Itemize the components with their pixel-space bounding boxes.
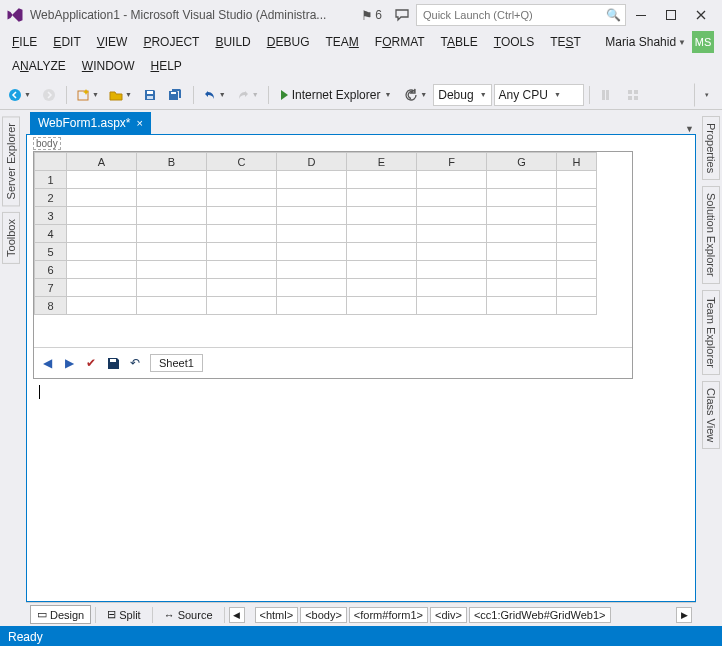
row-header[interactable]: 5 [35, 243, 67, 261]
tab-server-explorer[interactable]: Server Explorer [2, 116, 20, 206]
col-header[interactable]: C [207, 153, 277, 171]
crumb-div[interactable]: <div> [430, 607, 467, 623]
tab-toolbox[interactable]: Toolbox [2, 212, 20, 264]
crumb-left-button[interactable]: ◀ [229, 607, 245, 623]
dock-area: Server Explorer Toolbox WebForm1.aspx* ×… [0, 110, 722, 626]
spreadsheet[interactable]: A B C D E F G H 1 2 3 4 5 6 7 [34, 152, 597, 315]
menu-test[interactable]: TEST [542, 33, 589, 51]
toolbar-overflow[interactable]: ▾ [694, 83, 718, 107]
avatar[interactable]: MS [692, 31, 714, 53]
nav-back-button[interactable]: ▼ [4, 83, 35, 107]
title-bar: WebApplication1 - Microsoft Visual Studi… [0, 0, 722, 30]
menu-format[interactable]: FORMAT [367, 33, 433, 51]
svg-rect-12 [628, 96, 632, 100]
browser-refresh-button[interactable]: ▼ [400, 83, 431, 107]
menu-tools[interactable]: TOOLS [486, 33, 542, 51]
crumb-gridweb[interactable]: <cc1:GridWeb#GridWeb1> [469, 607, 611, 623]
col-header[interactable]: F [417, 153, 487, 171]
menu-edit[interactable]: EDIT [45, 33, 88, 51]
grid-next-icon[interactable]: ▶ [62, 356, 76, 370]
grid-commit-icon[interactable]: ✔ [84, 356, 98, 370]
row-header[interactable]: 6 [35, 261, 67, 279]
menu-project[interactable]: PROJECT [135, 33, 207, 51]
gridweb-control[interactable]: A B C D E F G H 1 2 3 4 5 6 7 [33, 151, 633, 379]
tab-properties[interactable]: Properties [702, 116, 720, 180]
text-cursor [39, 385, 683, 399]
select-all-corner[interactable] [35, 153, 67, 171]
row-header[interactable]: 3 [35, 207, 67, 225]
svg-point-2 [9, 89, 21, 101]
grid-save-icon[interactable] [106, 356, 120, 370]
save-all-button[interactable] [164, 83, 188, 107]
view-design-button[interactable]: ▭ Design [30, 605, 91, 624]
redo-button[interactable]: ▼ [232, 83, 263, 107]
sheet-tab[interactable]: Sheet1 [150, 354, 203, 372]
col-header[interactable]: E [347, 153, 417, 171]
open-file-button[interactable]: ▼ [105, 83, 136, 107]
grid-undo-icon[interactable]: ↶ [128, 356, 142, 370]
chevron-down-icon[interactable]: ▼ [678, 38, 686, 47]
crumb-body[interactable]: <body> [300, 607, 347, 623]
document-tabs: WebForm1.aspx* × ▼ [22, 110, 700, 134]
row-header[interactable]: 7 [35, 279, 67, 297]
maximize-button[interactable] [656, 0, 686, 30]
start-debug-button[interactable]: Internet Explorer ▼ [274, 83, 399, 107]
col-header[interactable]: D [277, 153, 347, 171]
view-source-button[interactable]: ↔ Source [157, 606, 220, 624]
crumb-form[interactable]: <form#form1> [349, 607, 428, 623]
toolbar-extra-2[interactable] [621, 83, 645, 107]
col-header[interactable]: G [487, 153, 557, 171]
minimize-button[interactable] [626, 0, 656, 30]
designer-surface[interactable]: body A B C D E F G H 1 [26, 134, 696, 602]
col-header[interactable]: H [557, 153, 597, 171]
standard-toolbar: ▼ ▼ ▼ ▼ ▼ Internet Explorer ▼ ▼ Debug▼ A… [0, 80, 722, 110]
left-tool-tabs: Server Explorer Toolbox [0, 110, 22, 626]
col-header[interactable]: B [137, 153, 207, 171]
menu-build[interactable]: BUILD [207, 33, 258, 51]
view-split-button[interactable]: ⊟ Split [100, 605, 147, 624]
doc-tab-webform1[interactable]: WebForm1.aspx* × [30, 112, 151, 134]
solution-config-combo[interactable]: Debug▼ [433, 84, 491, 106]
source-icon: ↔ [164, 609, 175, 621]
menu-window[interactable]: WINDOW [74, 57, 143, 75]
grid-prev-icon[interactable]: ◀ [40, 356, 54, 370]
menu-table[interactable]: TABLE [433, 33, 486, 51]
status-bar: Ready [0, 626, 722, 646]
nav-forward-button[interactable] [37, 83, 61, 107]
row-header[interactable]: 1 [35, 171, 67, 189]
body-tag-label: body [33, 137, 61, 150]
crumb-html[interactable]: <html> [255, 607, 299, 623]
menu-team[interactable]: TEAM [317, 33, 366, 51]
tab-solution-explorer[interactable]: Solution Explorer [702, 186, 720, 284]
user-name[interactable]: Maria Shahid [605, 35, 676, 49]
svg-rect-14 [110, 359, 116, 362]
new-project-button[interactable]: ▼ [72, 83, 103, 107]
quick-launch[interactable]: 🔍 [416, 4, 626, 26]
undo-button[interactable]: ▼ [199, 83, 230, 107]
close-button[interactable] [686, 0, 716, 30]
svg-rect-13 [634, 96, 638, 100]
row-header[interactable]: 8 [35, 297, 67, 315]
menu-help[interactable]: HELP [142, 57, 189, 75]
row-header[interactable]: 4 [35, 225, 67, 243]
notifications[interactable]: ⚑ 6 [361, 8, 382, 23]
menu-debug[interactable]: DEBUG [259, 33, 318, 51]
solution-platform-combo[interactable]: Any CPU▼ [494, 84, 584, 106]
svg-rect-11 [634, 90, 638, 94]
toolbar-extra-1[interactable] [595, 83, 619, 107]
col-header[interactable]: A [67, 153, 137, 171]
feedback-icon[interactable] [394, 7, 410, 23]
menu-view[interactable]: VIEW [89, 33, 136, 51]
quick-launch-input[interactable] [421, 8, 606, 22]
flag-icon: ⚑ [361, 8, 373, 23]
close-icon[interactable]: × [136, 117, 142, 129]
crumb-right-button[interactable]: ▶ [676, 607, 692, 623]
menu-file[interactable]: FILE [4, 33, 45, 51]
window-title: WebApplication1 - Microsoft Visual Studi… [30, 8, 326, 22]
tab-team-explorer[interactable]: Team Explorer [702, 290, 720, 375]
doc-tab-overflow[interactable]: ▼ [679, 124, 700, 134]
menu-analyze[interactable]: ANALYZE [4, 57, 74, 75]
row-header[interactable]: 2 [35, 189, 67, 207]
save-button[interactable] [138, 83, 162, 107]
tab-class-view[interactable]: Class View [702, 381, 720, 449]
